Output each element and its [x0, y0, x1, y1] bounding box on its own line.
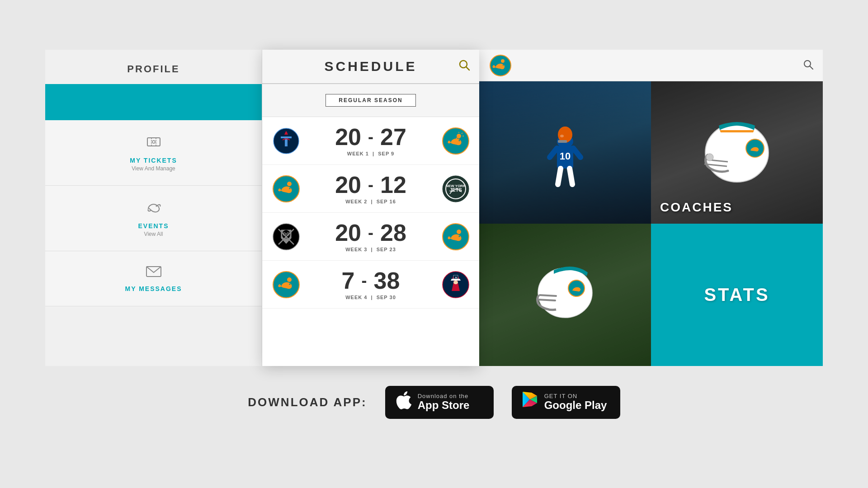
ticket-icon — [146, 134, 162, 153]
score-dash-2: - — [368, 175, 373, 194]
svg-point-11 — [457, 134, 461, 138]
events-title: EVENTS — [138, 222, 169, 230]
home-score-3: 20 — [335, 221, 361, 244]
home-score-4: 7 — [342, 269, 355, 292]
coaches-label: COACHES — [660, 200, 733, 215]
teal-accent-bar — [45, 84, 262, 120]
svg-point-45 — [503, 64, 504, 65]
svg-line-57 — [558, 169, 561, 184]
right-panel-header — [479, 50, 823, 81]
score-area-4: 7 - 38 WEEK 4 | SEP 30 — [301, 269, 441, 300]
svg-point-4 — [156, 206, 157, 207]
svg-point-3 — [152, 141, 155, 143]
svg-point-17 — [287, 182, 292, 186]
envelope-icon — [146, 265, 162, 282]
svg-point-38 — [289, 283, 290, 285]
sidebar-item-events[interactable]: EVENTS View All — [45, 186, 262, 251]
game-row-2[interactable]: 20 - 12 WEEK 2 | SEP 16 NEW YORK JETS — [262, 165, 479, 213]
svg-text:★: ★ — [454, 276, 457, 279]
right-panel: 10 — [479, 50, 823, 366]
game-info-3: WEEK 3 | SEP 23 — [345, 247, 396, 252]
google-play-sub: GET IT ON — [544, 393, 607, 399]
away-score-2: 12 — [380, 173, 406, 197]
app-store-name: App Store — [418, 399, 470, 411]
google-play-text: GET IT ON Google Play — [544, 393, 607, 411]
schedule-title: SCHEDULE — [324, 59, 417, 74]
messages-title: MY MESSAGES — [125, 285, 182, 292]
svg-text:10: 10 — [560, 150, 571, 162]
svg-point-64 — [538, 268, 592, 318]
score-dash-1: - — [368, 127, 373, 146]
game-row-3[interactable]: 20 - 28 WEEK 3 | SEP 23 — [262, 213, 479, 261]
score-area-1: 20 - 27 WEEK 1 | SEP 9 — [301, 125, 441, 156]
svg-point-39 — [287, 277, 292, 282]
game-info-4: WEEK 4 | SEP 30 — [345, 295, 396, 300]
roster-cell[interactable]: 10 — [479, 81, 651, 224]
svg-point-16 — [289, 188, 290, 189]
svg-point-36 — [457, 230, 461, 234]
dolphins-logo-2 — [271, 174, 301, 203]
dolphins-logo-1 — [441, 126, 470, 155]
score-dash-4: - — [362, 271, 367, 290]
svg-point-43 — [453, 281, 458, 284]
jets-logo: NEW YORK JETS — [441, 174, 470, 203]
regular-season-badge: REGULAR SEASON — [326, 94, 416, 107]
coaches-cell[interactable]: COACHES — [651, 81, 823, 224]
away-score-1: 27 — [380, 125, 406, 149]
stats-label: STATS — [704, 285, 769, 305]
svg-point-35 — [458, 235, 460, 237]
patriots-logo: ★ — [441, 270, 470, 299]
tickets-title: MY TICKETS — [130, 157, 177, 164]
svg-point-46 — [501, 59, 505, 63]
game-row-1[interactable]: 20 - 27 WEEK 1 | SEP 9 — [262, 117, 479, 165]
away-score-3: 28 — [380, 221, 406, 244]
svg-line-58 — [570, 169, 572, 184]
svg-line-7 — [466, 67, 469, 70]
home-score-2: 20 — [335, 173, 361, 197]
svg-rect-0 — [147, 138, 160, 146]
titans-logo — [271, 126, 301, 155]
sidebar-items-list: MY TICKETS View And Manage EVENTS View A… — [45, 120, 262, 306]
app-store-sub: Download on the — [418, 393, 470, 399]
svg-line-56 — [573, 148, 580, 157]
google-play-button[interactable]: GET IT ON Google Play — [512, 386, 620, 419]
app-store-button[interactable]: Download on the App Store — [385, 386, 494, 419]
google-play-name: Google Play — [544, 399, 607, 411]
svg-point-54 — [560, 135, 564, 137]
score-area-3: 20 - 28 WEEK 3 | SEP 23 — [301, 221, 441, 252]
news-cell[interactable] — [479, 224, 651, 366]
game-row-4[interactable]: 7 - 38 WEEK 4 | SEP 30 — [262, 261, 479, 309]
search-icon[interactable] — [458, 59, 470, 74]
dolphins-logo-3 — [441, 222, 470, 251]
apple-icon — [395, 391, 411, 413]
bottom-download-area: DOWNLOAD APP: Download on the App Store — [0, 366, 868, 438]
dolphins-logo-4 — [271, 270, 301, 299]
profile-header: PROFILE — [45, 50, 262, 84]
stats-cell[interactable]: STATS — [651, 224, 823, 366]
schedule-header: SCHEDULE — [262, 50, 479, 84]
events-sub: View All — [144, 231, 163, 237]
sidebar-item-messages[interactable]: MY MESSAGES — [45, 251, 262, 306]
svg-point-62 — [706, 154, 713, 161]
score-area-2: 20 - 12 WEEK 2 | SEP 16 — [301, 173, 441, 204]
schedule-panel: SCHEDULE REGULAR SEASON — [262, 50, 479, 366]
right-panel-search[interactable] — [803, 59, 814, 72]
left-sidebar-panel: PROFILE MY TICKETS View And Manage — [45, 50, 262, 366]
game-info-2: WEEK 2 | SEP 16 — [345, 199, 396, 204]
home-score-1: 20 — [335, 125, 361, 149]
download-label: DOWNLOAD APP: — [248, 395, 367, 409]
raiders-logo — [271, 222, 301, 251]
svg-point-10 — [458, 140, 460, 141]
game-info-1: WEEK 1 | SEP 9 — [347, 151, 395, 156]
dolphin-icon — [145, 199, 163, 219]
dolphins-header-logo — [488, 54, 513, 77]
profile-label: PROFILE — [127, 63, 179, 75]
tickets-sub: View And Manage — [132, 165, 175, 172]
svg-line-55 — [550, 148, 557, 157]
svg-line-48 — [810, 66, 813, 69]
app-store-text: Download on the App Store — [418, 393, 470, 411]
away-score-4: 38 — [374, 269, 400, 292]
score-dash-3: - — [368, 223, 373, 242]
google-play-icon — [522, 391, 538, 413]
sidebar-item-tickets[interactable]: MY TICKETS View And Manage — [45, 120, 262, 186]
